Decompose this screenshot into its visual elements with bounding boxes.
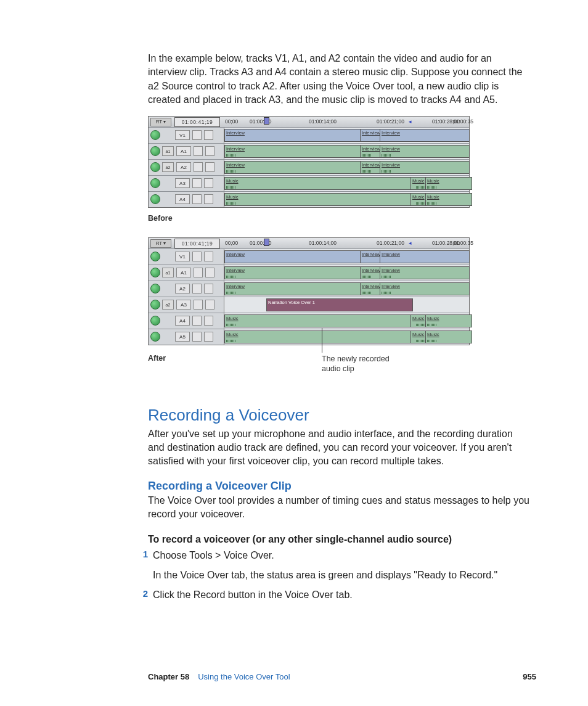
clip-interview: Interview [224, 129, 362, 142]
section-heading: Recording a Voiceover [148, 406, 530, 425]
track-label: A3 [175, 178, 190, 188]
track-row-a4: A4 MusicMusicMusic [149, 191, 469, 207]
clip-voiceover: Narration Voice Over 1 [266, 298, 413, 311]
clip-interview: Interview [380, 129, 470, 142]
ruler-tick: 01:00:35 [453, 118, 473, 125]
ruler-tick: 00;00 [225, 118, 238, 125]
timecode-display: 01:00:41;19 [174, 117, 220, 127]
step-text: In the Voice Over tab, the status area i… [153, 568, 497, 582]
step-text: Choose Tools > Voice Over. [153, 549, 274, 562]
chapter-label: Chapter 58 [148, 672, 189, 681]
page-footer: Chapter 58 Using the Voice Over Tool 955 [148, 672, 536, 681]
visibility-icon [150, 130, 160, 140]
section-body: After you've set up your microphone and … [148, 427, 530, 469]
intro-paragraph: In the example below, tracks V1, A1, and… [148, 52, 530, 107]
ruler-tick: 01:00:14;00 [309, 118, 337, 125]
chapter-title: Using the Voice Over Tool [198, 672, 290, 681]
track-row-v1: V1 InterviewInterviewInterview [149, 127, 469, 143]
clip-interview: Interview [224, 161, 362, 174]
procedure-title: To record a voiceover (or any other sing… [148, 534, 530, 545]
clip-interview: Interview [380, 145, 470, 158]
track-row-a1: a1A1 InterviewInterviewInterview [149, 143, 469, 159]
clip-music: Music [224, 193, 413, 206]
ruler-tick: 01:00:21;00 [377, 118, 404, 125]
step-number: 1 [136, 549, 153, 559]
playhead-icon: 00 [266, 118, 271, 125]
figure-label-before: Before [148, 214, 530, 223]
source-control: a2 [162, 162, 174, 172]
clip-interview: Interview [224, 145, 362, 158]
track-label: A1 [176, 146, 191, 156]
page-number: 955 [523, 672, 536, 681]
callout-line [322, 328, 322, 353]
clip-interview: Interview [360, 161, 382, 174]
ruler-tick: 01:00: [250, 118, 264, 125]
step-number: 2 [136, 588, 153, 599]
lock-icon [192, 130, 202, 140]
track-row-a3: A3 MusicMusicMusic [149, 175, 469, 191]
mute-icon [204, 130, 213, 140]
figure-label-after: After [148, 354, 166, 363]
clip-interview: Interview [360, 129, 382, 142]
source-control: a1 [162, 146, 174, 156]
clip-music: Music [425, 177, 472, 190]
clip-music: Music [425, 193, 472, 206]
timeline-before: RT ▾ 01:00:41;19 00;00 00 01:00: 01:00:1… [148, 116, 470, 208]
clip-interview: Interview [380, 161, 470, 174]
track-label: A2 [176, 162, 191, 172]
subsection-body: The Voice Over tool provides a number of… [148, 494, 530, 522]
subsection-heading: Recording a Voiceover Clip [148, 480, 530, 493]
callout-text: The newly recorded audio clip [322, 354, 408, 375]
rt-button: RT ▾ [150, 118, 171, 126]
timeline-after: RT ▾ 01:00:41;19 00;00 00 01:00: 01:00:1… [148, 237, 470, 345]
clip-music: Music [224, 177, 413, 190]
timeline-ruler: RT ▾ 01:00:41;19 00;00 00 01:00: 01:00:1… [149, 117, 469, 127]
audible-icon [150, 146, 160, 156]
step-text: Click the Record button in the Voice Ove… [153, 588, 353, 602]
clip-interview: Interview [360, 145, 382, 158]
track-label: V1 [175, 130, 190, 140]
track-label: A4 [175, 194, 190, 204]
track-row-a2: a2A2 InterviewInterviewInterview [149, 159, 469, 175]
